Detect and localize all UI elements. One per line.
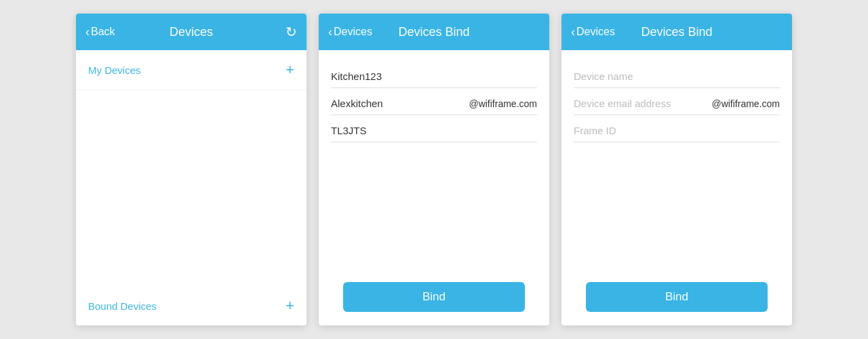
panel-devices-bind-empty: ‹ Devices Devices Bind @wififrame.com Bi… [561,14,792,325]
bound-devices-label: Bound Devices [88,300,157,312]
chevron-left-icon: ‹ [571,26,575,38]
frame-id-input-filled[interactable] [331,125,537,136]
email-suffix-2: @wififrame.com [711,98,780,109]
panel3-spacer [574,142,780,282]
panel2-back-button[interactable]: ‹ Devices [328,26,372,38]
panel3-input-2-wrapper [574,125,780,136]
panel1-title: Devices [170,25,213,39]
panel3-form: @wififrame.com Bind [561,50,792,325]
panel3-bind-button[interactable]: Bind [586,282,768,312]
my-devices-row: My Devices + [76,50,307,90]
back-button[interactable]: ‹ Back [85,26,115,38]
panel2-header: ‹ Devices Devices Bind [319,14,549,50]
email-suffix-1: @wififrame.com [469,98,537,109]
panel2-back-label: Devices [334,26,372,38]
panel2-field-1: @wififrame.com [331,88,537,115]
panel2-title: Devices Bind [398,25,469,39]
panel3-title: Devices Bind [641,25,712,39]
device-email-input[interactable] [574,98,709,109]
panel3-back-label: Devices [576,26,615,38]
panel2-form: @wififrame.com Bind [319,50,549,325]
add-my-device-button[interactable]: + [285,62,294,77]
panel2-bind-button[interactable]: Bind [343,282,525,312]
panel1-spacer [76,90,307,286]
panel3-input-0-wrapper [574,71,780,82]
my-devices-label: My Devices [88,64,141,76]
frame-id-input[interactable] [574,125,780,136]
device-name-input[interactable] [574,71,780,82]
panel2-field-0 [331,61,537,88]
panel3-field-1: @wififrame.com [574,88,780,115]
panel3-header: ‹ Devices Devices Bind [561,14,792,50]
panel1-body: My Devices + Bound Devices + [76,50,307,325]
panel2-field-2 [331,115,537,142]
panel3-back-button[interactable]: ‹ Devices [571,26,615,38]
back-label: Back [91,26,115,38]
panel-devices: ‹ Back Devices ↻ My Devices + Bound Devi… [76,14,307,325]
panel3-input-1-wrapper: @wififrame.com [574,98,780,109]
chevron-left-icon: ‹ [85,26,90,38]
panel3-field-0 [574,61,780,88]
device-name-input-filled[interactable] [331,71,537,82]
panel2-input-0-wrapper [331,71,537,82]
refresh-icon[interactable]: ↻ [285,24,297,40]
panel3-field-2 [574,115,780,142]
panel2-input-1-wrapper: @wififrame.com [331,98,537,109]
bound-devices-row: Bound Devices + [76,286,307,325]
panel2-spacer [331,142,537,282]
panel2-input-2-wrapper [331,125,537,136]
panel1-header: ‹ Back Devices ↻ [76,14,307,50]
add-bound-device-button[interactable]: + [285,298,294,313]
device-email-input-filled[interactable] [331,98,466,109]
panel-devices-bind-filled: ‹ Devices Devices Bind @wififrame.com Bi… [319,14,549,325]
chevron-left-icon: ‹ [328,26,332,38]
